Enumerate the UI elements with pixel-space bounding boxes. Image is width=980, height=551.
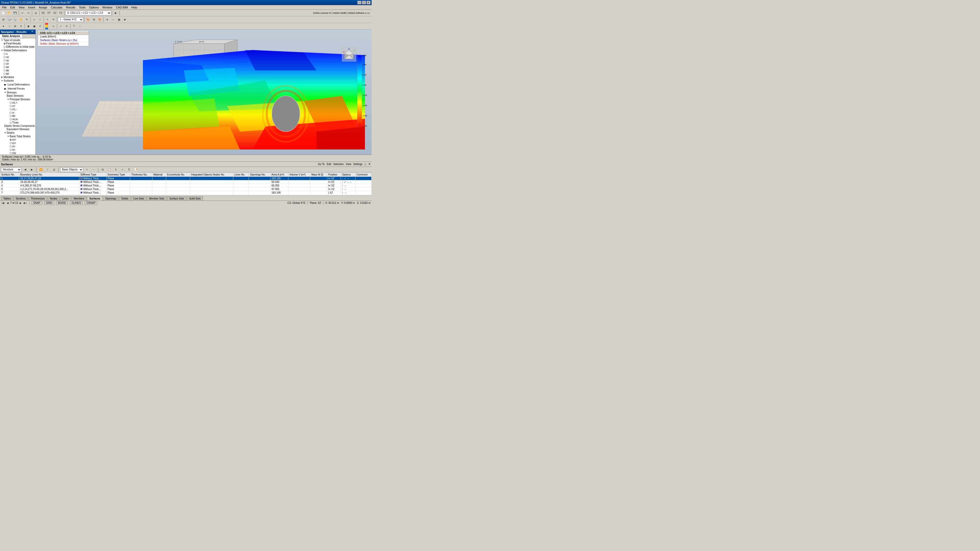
radio-epsym[interactable] (10, 149, 12, 151)
radio-u[interactable] (3, 53, 6, 55)
tree-sig2m[interactable]: σ- (0, 111, 35, 114)
close-btn[interactable]: ✕ (366, 1, 371, 4)
tab-solid-sets[interactable]: Solid Sets (187, 197, 203, 200)
tables-menu-settings[interactable]: Settings (353, 163, 363, 165)
view-xy-btn[interactable]: XY (46, 10, 52, 16)
first-page-btn[interactable]: |◀ (1, 201, 5, 205)
table-row[interactable]: 44-9,268,37-58,270Without Thick...Plane6… (0, 184, 372, 187)
glines-btn[interactable]: GLINES (70, 201, 83, 205)
radio-sig2m[interactable] (10, 112, 12, 114)
maximize-btn[interactable]: □ (362, 1, 366, 4)
snap-line-btn[interactable]: ⊣ (6, 24, 12, 29)
tables-menu-edit[interactable]: Edit (327, 163, 331, 165)
tb-next-btn[interactable]: ▶ (29, 167, 35, 172)
radio-epsxm[interactable] (10, 145, 12, 148)
tree-type-results[interactable]: ▼ Type of results (0, 38, 35, 42)
deselect-btn[interactable]: ✕ (51, 17, 56, 22)
tb-note-btn[interactable]: 📝 (133, 167, 138, 172)
tb-paste-btn[interactable]: 📋 (107, 167, 112, 172)
minimize-btn[interactable]: — (357, 1, 361, 4)
select-btn[interactable]: ↖ (45, 17, 50, 22)
basic-objects-combo[interactable]: Basic Objects (60, 167, 83, 172)
display-result-btn[interactable]: ◉ (25, 24, 31, 29)
tree-phiy[interactable]: φy (0, 68, 35, 72)
menu-window[interactable]: Window (101, 6, 114, 9)
nav-close-btn[interactable]: ✕ (32, 30, 35, 33)
tab-sections[interactable]: Sections (14, 197, 28, 200)
tree-sig1p[interactable]: σ1,+ (0, 101, 35, 104)
tab-nodes[interactable]: Nodes (48, 197, 60, 200)
geo-canvas[interactable]: T: 75.00 60.00 (36, 30, 372, 155)
menu-options[interactable]: Options (88, 6, 100, 9)
tables-close-btn[interactable]: ✕ (368, 162, 371, 166)
grid-btn[interactable]: GRID (44, 201, 54, 205)
tree-sigtheta[interactable]: θσ (0, 114, 35, 118)
tree-local-deformations[interactable]: ▶ Local Deformations (0, 83, 35, 86)
axis-combo[interactable]: 1 - Global XYZ (58, 17, 83, 22)
radio-epsy[interactable] (10, 142, 12, 144)
tree-elastic-stress[interactable]: Elastic Stress Components (0, 124, 35, 127)
print-btn[interactable]: 🖨 (33, 10, 38, 16)
menu-tools[interactable]: Tools (77, 6, 87, 9)
tab-thicknesses[interactable]: Thicknesses (28, 197, 47, 200)
prev-page-btn[interactable]: ◀ (6, 201, 10, 205)
snap-node-btn[interactable]: ● (0, 24, 6, 29)
radio-differences[interactable] (3, 46, 6, 48)
menu-file[interactable]: File (0, 6, 8, 9)
menu-edit[interactable]: Edit (9, 6, 17, 9)
tb-del-row-btn[interactable]: − (91, 167, 97, 172)
mesh-btn[interactable]: ⊞ (91, 17, 97, 22)
tree-internal-forces[interactable]: ▶ Internal Forces (0, 86, 35, 91)
osnap-btn[interactable]: OSNAP (85, 201, 97, 205)
tree-phix[interactable]: φx (0, 65, 35, 68)
radio-phix[interactable] (3, 66, 6, 68)
radio-sig1p[interactable] (10, 102, 12, 104)
lc-combo[interactable]: S: C02 LC1 + LC2 + LC3 + LC4 (65, 11, 111, 15)
front-view-btn[interactable]: □ (37, 17, 43, 22)
snap-mid-btn[interactable]: ⊞ (12, 24, 18, 29)
tables-maximize-btn[interactable]: □ (364, 163, 366, 166)
tree-global-deformations[interactable]: ▼ Global Deformations (0, 48, 35, 52)
nav-tab-static[interactable]: Static Analysis (0, 34, 22, 38)
radio-tmax[interactable] (10, 122, 12, 124)
tree-epsy[interactable]: εy+ (0, 141, 35, 144)
tab-surface-sets[interactable]: Surface Sets (167, 197, 186, 200)
legend-btn[interactable]: ≡ (51, 24, 56, 29)
tree-u[interactable]: u (0, 52, 35, 56)
rotate-btn[interactable]: ↻ (24, 17, 30, 22)
tab-lines[interactable]: Lines (60, 197, 71, 200)
tables-menu-selection[interactable]: Selection (333, 163, 344, 165)
tree-gamxy[interactable]: γxy (0, 151, 35, 155)
radio-phiz[interactable] (3, 73, 6, 75)
node-btn[interactable]: ● (104, 17, 110, 22)
next-page-btn[interactable]: ▶ (19, 201, 23, 205)
snap-intersect-btn[interactable]: ✕ (18, 24, 24, 29)
tree-basic-stresses[interactable]: Basic Stresses (0, 94, 35, 97)
radio-sigvm[interactable] (10, 118, 12, 121)
table-container[interactable]: Surface No. Boundary Lines No. Stiffness… (0, 172, 372, 195)
radio-epsx[interactable] (10, 139, 12, 141)
menu-insert[interactable]: Insert (27, 6, 37, 9)
viewport[interactable]: CO2: LC1 + LC2 + LC3 + LC4 Loads [kN/m²]… (36, 30, 372, 155)
tree-uz[interactable]: uz (0, 62, 35, 65)
tree-stresses[interactable]: ▼ Stresses (0, 91, 35, 94)
render-btn[interactable]: 🎨 (85, 17, 91, 22)
zoom-all-btn[interactable]: ⊞ (0, 17, 6, 22)
tree-final-results[interactable]: Final Results (0, 42, 35, 45)
tab-members[interactable]: Members (72, 197, 87, 200)
tb-prev-btn[interactable]: ◀ (22, 167, 28, 172)
line-btn[interactable]: — (110, 17, 116, 22)
tree-uy[interactable]: uy (0, 59, 35, 62)
radio-phiy[interactable] (3, 69, 6, 71)
tree-equiv-stresses[interactable]: Equivalent Stresses (0, 127, 35, 131)
save-btn[interactable]: 💾 (12, 10, 18, 16)
menu-calculate[interactable]: Calculate (49, 6, 64, 9)
table-row[interactable]: 51,2,14,271,70-65,28-33,66,69,262,265,2.… (0, 187, 372, 191)
structure-combo[interactable]: Structure (1, 167, 21, 172)
color-btn[interactable]: 🎨 (97, 17, 103, 22)
tree-surfaces[interactable]: ▼ Surfaces (0, 79, 35, 83)
open-btn[interactable]: 📂 (6, 10, 12, 16)
radio-gamxy[interactable] (10, 152, 12, 154)
radio-final-results[interactable] (3, 43, 6, 44)
tree-tmax[interactable]: Tmax (0, 121, 35, 124)
